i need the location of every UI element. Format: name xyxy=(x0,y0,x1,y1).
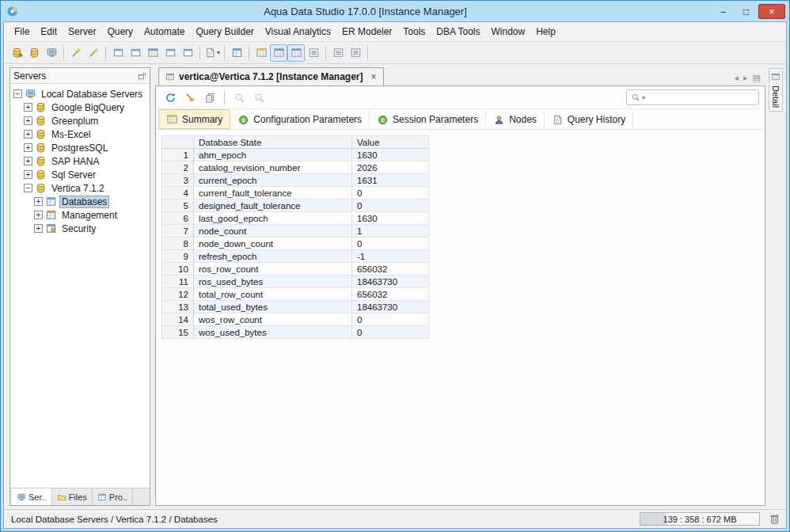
zoom-in-icon[interactable] xyxy=(250,89,268,106)
subtab[interactable]: Nodes xyxy=(486,110,545,129)
refresh-icon[interactable] xyxy=(161,89,179,106)
subtab[interactable]: Session Parameters xyxy=(370,110,486,129)
value-cell[interactable]: 0 xyxy=(352,187,429,200)
menu-item[interactable]: Visual Analytics xyxy=(260,24,336,40)
tree-item[interactable]: + Ms-Excel xyxy=(12,127,148,141)
document-tab[interactable]: vertica@Vertica 7.1.2 [Instance Manager]… xyxy=(158,67,384,86)
window-security-icon[interactable] xyxy=(179,44,196,62)
zoom-out-icon[interactable] xyxy=(230,89,248,106)
subtab[interactable]: Configuration Parameters xyxy=(230,110,370,129)
database-state-cell[interactable]: ahm_epoch xyxy=(194,149,352,162)
tab-list-icon[interactable]: ▤ xyxy=(753,73,761,83)
server-properties-icon[interactable] xyxy=(43,44,60,62)
table-row[interactable]: 13 total_used_bytes 18463730 xyxy=(162,301,429,314)
value-cell[interactable]: 0 xyxy=(352,238,429,250)
value-cell[interactable]: 2026 xyxy=(352,162,429,174)
bottom-tab[interactable]: Files xyxy=(52,488,93,505)
tree-expander-icon[interactable]: + xyxy=(24,130,32,139)
menu-item[interactable]: Edit xyxy=(35,24,63,40)
maximize-button[interactable]: □ xyxy=(735,4,757,19)
database-state-cell[interactable]: node_count xyxy=(194,225,352,238)
register-server-icon[interactable] xyxy=(8,44,25,62)
view-form-icon[interactable] xyxy=(305,44,322,62)
database-state-cell[interactable]: wos_used_bytes xyxy=(194,326,352,339)
window-query-analyzer-icon[interactable] xyxy=(109,44,127,62)
database-state-cell[interactable]: ros_row_count xyxy=(194,263,352,276)
value-cell[interactable]: 18463730 xyxy=(352,301,429,314)
tree-item-label[interactable]: Databases xyxy=(59,196,109,208)
tree-item[interactable]: + Google BigQuery xyxy=(12,101,148,114)
tree-item-label[interactable]: SAP HANA xyxy=(49,155,101,168)
subtab[interactable]: Query History xyxy=(545,110,633,129)
window-instance-manager-icon[interactable] xyxy=(144,44,161,62)
value-cell[interactable]: 1630 xyxy=(352,149,429,162)
value-cell[interactable]: 0 xyxy=(352,326,429,339)
table-row[interactable]: 15 wos_used_bytes 0 xyxy=(162,326,429,339)
tree-expander-icon[interactable]: + xyxy=(24,143,32,152)
tab-close-icon[interactable]: × xyxy=(367,71,376,82)
close-button[interactable]: × xyxy=(758,4,785,19)
database-state-cell[interactable]: node_down_count xyxy=(194,238,352,250)
table-row[interactable]: 5 designed_fault_tolerance 0 xyxy=(162,200,429,212)
tree-expander-icon[interactable]: + xyxy=(34,197,43,206)
value-cell[interactable]: 1631 xyxy=(352,174,429,187)
menu-item[interactable]: Help xyxy=(530,24,561,40)
database-state-cell[interactable]: current_epoch xyxy=(194,174,352,187)
search-caret-icon[interactable]: ▾ xyxy=(642,94,645,101)
table-row[interactable]: 7 node_count 1 xyxy=(162,225,429,238)
menu-item[interactable]: File xyxy=(9,24,35,40)
menu-item[interactable]: Query xyxy=(101,24,139,40)
database-state-cell[interactable]: refresh_epoch xyxy=(194,250,352,263)
table-row[interactable]: 8 node_down_count 0 xyxy=(162,238,429,250)
tree-expander-icon[interactable]: + xyxy=(34,211,43,219)
column-header-database-state[interactable]: Database State xyxy=(194,136,352,149)
tree-item[interactable]: + PostgresSQL xyxy=(12,141,148,154)
tree-item[interactable]: − Vertica 7.1.2 xyxy=(12,181,148,195)
garbage-collect-button[interactable] xyxy=(766,511,782,527)
database-state-cell[interactable]: wos_row_count xyxy=(194,314,352,326)
value-cell[interactable]: 0 xyxy=(352,314,429,326)
value-cell[interactable]: 1630 xyxy=(352,212,429,225)
table-row[interactable]: 1 ahm_epoch 1630 xyxy=(162,149,429,162)
bottom-tab[interactable]: Ser.. xyxy=(12,488,52,505)
auto-format-icon[interactable] xyxy=(181,89,199,106)
database-state-cell[interactable]: current_fault_tolerance xyxy=(194,187,352,200)
view-pivot-icon[interactable] xyxy=(287,44,305,62)
window-storage-icon[interactable] xyxy=(161,44,179,62)
tree-expander-icon[interactable]: + xyxy=(24,157,32,165)
tree-expander-icon[interactable]: − xyxy=(24,184,32,192)
server-browser-icon[interactable] xyxy=(228,44,245,62)
table-row[interactable]: 6 last_good_epoch 1630 xyxy=(162,212,429,225)
table-row[interactable]: 12 total_row_count 656032 xyxy=(162,288,429,301)
view-text-icon[interactable] xyxy=(329,44,347,62)
tree-item[interactable]: + Security xyxy=(12,222,148,235)
tree-item[interactable]: + SAP HANA xyxy=(12,154,148,168)
menu-item[interactable]: Query Builder xyxy=(190,24,259,40)
table-row[interactable]: 9 refresh_epoch -1 xyxy=(162,250,429,263)
value-cell[interactable]: 18463730 xyxy=(352,276,429,288)
view-chart-icon[interactable] xyxy=(347,44,364,62)
tab-scroll-left-icon[interactable]: ◂ xyxy=(735,73,739,83)
value-cell[interactable]: 656032 xyxy=(352,263,429,276)
tree-expander-icon[interactable]: + xyxy=(24,116,32,125)
menu-item[interactable]: Automate xyxy=(139,24,190,40)
tree-expander-icon[interactable]: + xyxy=(24,170,32,179)
table-row[interactable]: 11 ros_used_bytes 18463730 xyxy=(162,276,429,288)
table-row[interactable]: 2 catalog_revision_number 2026 xyxy=(162,162,429,174)
new-document-icon[interactable]: ▾ xyxy=(203,44,221,62)
titlebar[interactable]: Aqua Data Studio 17.0.0 [Instance Manage… xyxy=(3,1,787,21)
menu-item[interactable]: Tools xyxy=(397,24,431,40)
table-row[interactable]: 4 current_fault_tolerance 0 xyxy=(162,187,429,200)
menu-item[interactable]: Server xyxy=(63,24,101,40)
tree-expander-icon[interactable]: + xyxy=(34,224,43,233)
undock-panel-icon[interactable] xyxy=(137,71,146,81)
tab-scroll-right-icon[interactable]: ▸ xyxy=(743,73,748,83)
tree-item-label[interactable]: Vertica 7.1.2 xyxy=(49,182,107,195)
table-row[interactable]: 10 ros_row_count 656032 xyxy=(162,263,429,276)
tree-item-label[interactable]: Local Database Servers xyxy=(39,88,145,101)
tree-item-label[interactable]: Google BigQuery xyxy=(49,101,127,114)
tree-item[interactable]: + Greenplum xyxy=(12,114,148,127)
schema-wizard-icon[interactable] xyxy=(67,44,85,62)
search-input[interactable] xyxy=(647,93,754,102)
value-cell[interactable]: 1 xyxy=(352,225,429,238)
